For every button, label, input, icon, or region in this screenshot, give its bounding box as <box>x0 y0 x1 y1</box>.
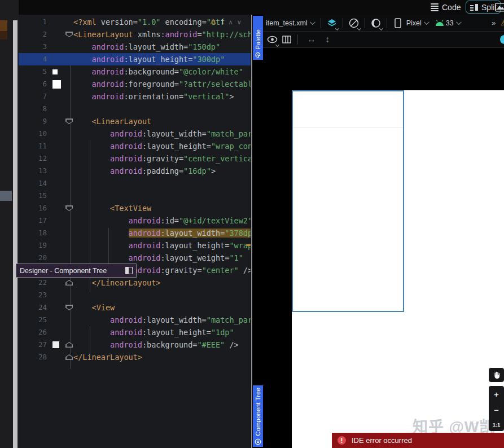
code-token: = <box>202 315 207 324</box>
line-number: 17 <box>19 214 47 227</box>
inspection-widget[interactable]: ⚠1∧∨ <box>210 16 242 28</box>
code-line-18[interactable]: 18 android:layout_width="378dp" <box>19 227 251 239</box>
code-token: android <box>92 42 124 51</box>
code-token: = <box>207 142 211 151</box>
line-number: 28 <box>19 351 47 363</box>
zoom-in-button[interactable]: + <box>494 390 499 398</box>
fold-open-icon[interactable] <box>65 118 73 124</box>
api-selector[interactable] <box>433 17 446 29</box>
code-line-3[interactable]: 3 android:layout_width="150dp" <box>19 41 251 53</box>
code-line-4[interactable]: 4 android:layout_height="300dp" <box>19 53 251 65</box>
zoom-reset-button[interactable]: 1:1 <box>493 422 501 428</box>
code-line-22[interactable]: 22 </LinearLayout> <box>19 276 251 289</box>
code-text: android:padding="16dp"> <box>73 165 216 177</box>
line-number: 9 <box>19 115 47 128</box>
zoom-out-button[interactable]: − <box>494 406 499 414</box>
layout-variants-button[interactable] <box>281 33 293 46</box>
code-line-25[interactable]: 25 android:layout_width="match_parent" <box>19 314 251 326</box>
fold-close-icon[interactable] <box>65 280 73 286</box>
code-line-9[interactable]: 9 <LinearLayout <box>19 115 251 128</box>
code-line-26[interactable]: 26 android:layout_height="1dp" <box>19 326 251 339</box>
code-line-17[interactable]: 17 android:id="@+id/textView2" <box>19 214 251 227</box>
code-line-28[interactable]: 28</LinearLayout> <box>19 351 251 363</box>
code-token: "match_parent" <box>207 129 251 138</box>
window-edge-scrollbar[interactable] <box>13 20 17 448</box>
code-text: </LinearLayout> <box>73 276 160 289</box>
code-token: > <box>211 166 216 175</box>
color-swatch-icon[interactable] <box>52 69 58 74</box>
code-token: "378dp" <box>225 229 251 238</box>
component-tree-tab[interactable]: Component Tree <box>253 385 263 447</box>
code-token: <LinearLayout <box>92 117 152 126</box>
toolbar-overflow-button[interactable]: » <box>492 19 496 27</box>
color-swatch-icon[interactable] <box>52 80 61 89</box>
code-line-27[interactable]: 27 android:background="#EEE" /> <box>19 339 251 351</box>
code-line-6[interactable]: 6 android:foreground="?attr/selectableIt… <box>19 78 251 90</box>
code-line-13[interactable]: 13 android:padding="16dp"> <box>19 165 251 177</box>
device-selector[interactable] <box>392 17 404 29</box>
view-options-button[interactable] <box>266 33 278 46</box>
code-line-2[interactable]: 2<LinearLayout xmlns:android="http://sch… <box>19 28 251 41</box>
fold-open-icon[interactable] <box>65 205 73 211</box>
code-line-16[interactable]: 16 <TextView <box>19 202 251 214</box>
warning-icon[interactable]: ⚠ <box>501 19 504 27</box>
code-line-15[interactable]: 15 <box>19 190 251 202</box>
code-token: <TextView <box>110 204 151 213</box>
code-token: = <box>174 216 179 225</box>
code-token: :layout_height <box>160 241 225 250</box>
orientation-icon <box>348 17 360 29</box>
code-token: :layout_width <box>124 42 183 51</box>
device-name[interactable]: Pixel <box>406 19 422 27</box>
fold-open-icon[interactable] <box>65 32 73 37</box>
fold-close-icon[interactable] <box>65 342 73 348</box>
code-line-19[interactable]: 19 android:layout_height="wrap_con <box>19 239 251 252</box>
line-number: 13 <box>19 165 47 177</box>
design-surface-layers-button[interactable] <box>326 17 338 29</box>
background-window-fragment <box>0 20 7 31</box>
palette-tab[interactable]: Palette <box>253 16 263 60</box>
render-status-icon[interactable] <box>500 35 504 44</box>
code-line-20[interactable]: 20 android:layout_weight="1" <box>19 252 251 264</box>
horizontal-resize-icon[interactable]: ↔ <box>307 34 316 45</box>
orientation-button[interactable] <box>348 17 360 29</box>
code-token: android <box>92 55 124 64</box>
code-line-10[interactable]: 10 android:layout_width="match_parent" <box>19 128 251 140</box>
fold-close-icon[interactable] <box>65 354 73 360</box>
fold-icon-inner <box>67 343 72 347</box>
code-token: android <box>129 216 161 225</box>
code-line-5[interactable]: 5 android:background="@color/white" <box>19 65 251 78</box>
code-line-1[interactable]: 1<?xml version="1.0" encoding="utf⚠1∧∨ <box>19 16 251 28</box>
code-line-12[interactable]: 12 android:gravity="center_vertical" <box>19 152 251 165</box>
linearlayout-preview-bounds[interactable] <box>292 90 404 312</box>
code-line-14[interactable]: 14 <box>19 177 251 190</box>
code-text: android:background="@color/white" <box>73 65 243 78</box>
prev-problem-button[interactable]: ∧ <box>229 16 233 28</box>
code-line-8[interactable]: 8 <box>19 103 251 115</box>
code-token: android <box>110 129 142 138</box>
design-mode-icon[interactable] <box>495 3 504 12</box>
night-mode-button[interactable] <box>370 17 382 29</box>
code-editor[interactable]: 1<?xml version="1.0" encoding="utf⚠1∧∨2<… <box>19 15 251 448</box>
code-mode-button[interactable]: Code <box>431 1 461 14</box>
code-line-24[interactable]: 24 <View <box>19 301 251 314</box>
api-level[interactable]: 33 <box>446 19 454 27</box>
line-number: 4 <box>19 53 47 65</box>
ide-error-banner[interactable]: ! IDE error occurred <box>332 433 504 448</box>
code-line-11[interactable]: 11 android:layout_height="wrap_content <box>19 140 251 152</box>
vertical-resize-icon[interactable]: ↕ <box>325 34 330 45</box>
code-token <box>73 92 92 101</box>
code-line-23[interactable]: 23 <box>19 289 251 301</box>
fold-open-icon[interactable] <box>65 305 73 310</box>
code-text: android:layout_weight="1" <box>73 252 243 264</box>
pan-tool-button[interactable] <box>489 368 504 382</box>
code-line-7[interactable]: 7 android:orientation="vertical"> <box>19 90 251 103</box>
code-text: android:foreground="?attr/selectableIte <box>73 78 251 90</box>
color-swatch-icon[interactable] <box>52 341 59 348</box>
line-number: 14 <box>19 177 47 190</box>
line-number: 10 <box>19 128 47 140</box>
line-number: 8 <box>19 103 47 115</box>
fold-icon-inner <box>67 355 72 359</box>
next-problem-button[interactable]: ∨ <box>237 16 242 28</box>
file-selector[interactable]: item_test.xml <box>266 19 308 27</box>
line-number: 25 <box>19 314 47 326</box>
